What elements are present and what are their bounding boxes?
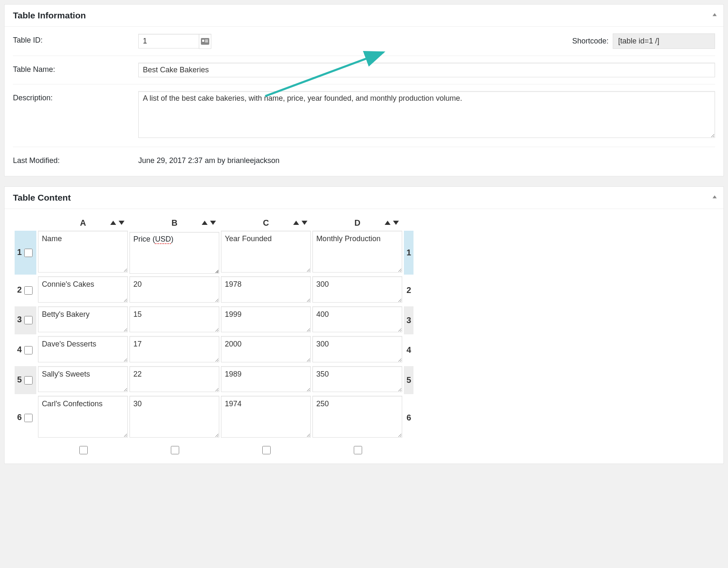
row-number: 4 xyxy=(406,345,411,354)
cell-input[interactable] xyxy=(221,276,311,303)
sort-desc-icon[interactable] xyxy=(302,221,307,225)
cell-input[interactable] xyxy=(221,306,311,333)
cell-input[interactable] xyxy=(312,396,402,438)
panel-header: Table Content xyxy=(5,187,723,209)
cell-input[interactable] xyxy=(312,231,402,273)
row-number: 6 xyxy=(406,413,411,422)
row-number: 4 xyxy=(17,345,22,354)
row-number-right[interactable]: 5 xyxy=(404,366,413,395)
row-number-left[interactable]: 6 xyxy=(15,396,36,440)
row-select-checkbox[interactable] xyxy=(24,249,33,257)
sort-desc-icon[interactable] xyxy=(119,221,124,225)
column-letter: B xyxy=(171,218,177,227)
row-number-right[interactable]: 2 xyxy=(404,276,413,305)
row-select-checkbox[interactable] xyxy=(24,346,33,354)
cell-input[interactable] xyxy=(221,366,311,392)
sort-asc-icon[interactable] xyxy=(385,221,391,225)
last-modified-label: Last Modified: xyxy=(13,154,138,165)
cell-input[interactable] xyxy=(129,306,219,333)
table-name-input[interactable] xyxy=(138,63,715,77)
collapse-toggle[interactable] xyxy=(712,194,718,202)
svg-marker-5 xyxy=(713,196,717,199)
shortcode-label: Shortcode: xyxy=(572,37,609,46)
column-letter: C xyxy=(263,218,269,227)
column-header-C[interactable]: C xyxy=(221,217,311,229)
cell-input[interactable] xyxy=(221,336,311,362)
table-information-panel: Table Information Table ID: xyxy=(4,4,724,176)
table-name-label: Table Name: xyxy=(13,63,138,74)
column-select-checkbox[interactable] xyxy=(262,446,271,454)
collapse-toggle[interactable] xyxy=(712,11,718,20)
row-number: 5 xyxy=(406,375,411,385)
row-number: 5 xyxy=(17,375,22,384)
column-select-checkbox[interactable] xyxy=(171,446,179,454)
table-id-input[interactable] xyxy=(138,34,199,48)
cell-input[interactable] xyxy=(129,276,219,303)
row-number: 2 xyxy=(17,285,22,294)
row-number-left[interactable]: 3 xyxy=(15,306,36,335)
row-number-right[interactable]: 1 xyxy=(404,231,413,275)
cell-input[interactable] xyxy=(312,336,402,362)
description-label: Description: xyxy=(13,91,138,102)
row-number: 1 xyxy=(17,247,22,257)
panel-header: Table Information xyxy=(5,5,723,27)
panel-title: Table Content xyxy=(13,193,715,203)
svg-rect-3 xyxy=(205,40,208,41)
cell-input[interactable] xyxy=(38,396,128,438)
svg-rect-4 xyxy=(205,41,208,42)
cell-input[interactable] xyxy=(129,336,219,362)
column-select-checkbox[interactable] xyxy=(79,446,88,454)
row-number-left[interactable]: 2 xyxy=(15,276,36,305)
last-modified-value: June 29, 2017 2:37 am by brianleejackson xyxy=(138,154,715,165)
panel-title: Table Information xyxy=(13,10,715,20)
row-select-checkbox[interactable] xyxy=(24,316,33,324)
column-select-checkbox[interactable] xyxy=(354,446,362,454)
cell-input[interactable] xyxy=(312,366,402,392)
row-number-left[interactable]: 5 xyxy=(15,366,36,395)
column-header-A[interactable]: A xyxy=(38,217,128,229)
svg-marker-0 xyxy=(713,13,717,16)
cell-input[interactable] xyxy=(221,231,311,273)
table-id-label: Table ID: xyxy=(13,33,138,45)
table-editor-grid: ABCD1Price (USD)12233445566 xyxy=(13,215,415,458)
row-number-right[interactable]: 3 xyxy=(404,306,413,335)
cell-input[interactable] xyxy=(38,276,128,303)
cell-input[interactable] xyxy=(129,396,219,438)
row-number-left[interactable]: 4 xyxy=(15,336,36,364)
cell-input[interactable] xyxy=(38,231,128,273)
row-number: 2 xyxy=(406,285,411,295)
row-number-right[interactable]: 4 xyxy=(404,336,413,364)
sort-asc-icon[interactable] xyxy=(293,221,299,225)
row-number-right[interactable]: 6 xyxy=(404,396,413,440)
cell-input[interactable] xyxy=(38,336,128,362)
shortcode-readonly[interactable]: [table id=1 /] xyxy=(613,33,715,49)
sort-desc-icon[interactable] xyxy=(393,221,399,225)
row-select-checkbox[interactable] xyxy=(24,286,33,295)
column-letter: A xyxy=(80,218,86,227)
cell-input[interactable] xyxy=(38,306,128,333)
row-select-checkbox[interactable] xyxy=(24,376,33,385)
cell-input[interactable] xyxy=(38,366,128,392)
cell-input[interactable] xyxy=(312,306,402,333)
sort-asc-icon[interactable] xyxy=(202,221,208,225)
sort-desc-icon[interactable] xyxy=(210,221,216,225)
description-textarea[interactable] xyxy=(138,91,715,138)
row-number: 6 xyxy=(17,413,22,422)
row-number-left[interactable]: 1 xyxy=(15,231,36,275)
row-select-checkbox[interactable] xyxy=(24,414,33,422)
cell-input[interactable]: Price (USD) xyxy=(129,232,219,274)
row-number: 3 xyxy=(17,315,22,324)
column-header-D[interactable]: D xyxy=(312,217,402,229)
row-number: 1 xyxy=(406,248,411,257)
table-content-panel: Table Content ABCD1Price (USD)1223344556… xyxy=(4,186,724,464)
cell-input[interactable] xyxy=(129,366,219,392)
column-header-B[interactable]: B xyxy=(129,217,219,229)
row-number: 3 xyxy=(406,316,411,325)
id-card-icon xyxy=(199,34,211,49)
cell-input[interactable] xyxy=(221,396,311,438)
sort-asc-icon[interactable] xyxy=(110,221,116,225)
cell-input[interactable] xyxy=(312,276,402,303)
column-letter: D xyxy=(354,218,360,227)
svg-rect-2 xyxy=(202,40,204,42)
